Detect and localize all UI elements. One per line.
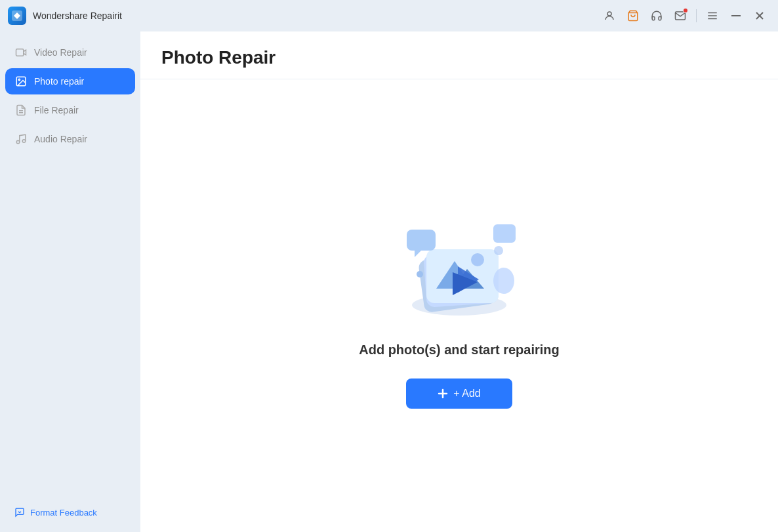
svg-point-1 [607, 12, 611, 16]
file-repair-icon [14, 104, 28, 117]
title-bar-controls [599, 5, 770, 26]
svg-point-15 [16, 140, 20, 144]
sidebar-item-audio-repair[interactable]: Audio Repair [5, 126, 135, 152]
divider [696, 9, 697, 22]
title-bar-left: Wondershare Repairit [8, 7, 122, 25]
svg-point-23 [471, 253, 484, 266]
cart-icon[interactable] [623, 5, 644, 26]
title-bar: Wondershare Repairit [0, 0, 778, 31]
sidebar-item-file-repair[interactable]: File Repair [5, 97, 135, 123]
sidebar: Video Repair Photo repair [0, 31, 140, 532]
svg-rect-27 [493, 224, 516, 243]
svg-rect-25 [407, 230, 436, 251]
headset-icon[interactable] [646, 5, 667, 26]
sidebar-item-photo-repair[interactable]: Photo repair [5, 68, 135, 94]
add-button-label: + Add [453, 388, 480, 399]
photo-repair-icon [14, 75, 28, 88]
svg-marker-26 [415, 251, 421, 257]
svg-point-12 [18, 79, 20, 80]
content-area: Photo Repair [140, 31, 778, 532]
sidebar-item-file-repair-label: File Repair [34, 105, 79, 115]
sidebar-item-video-repair[interactable]: Video Repair [5, 39, 135, 66]
content-header: Photo Repair [140, 31, 778, 79]
format-feedback-link[interactable]: Format Feedback [5, 501, 135, 524]
video-repair-icon [14, 46, 28, 59]
mail-icon[interactable] [670, 5, 691, 26]
sidebar-item-photo-repair-label: Photo repair [34, 76, 84, 87]
svg-point-29 [417, 271, 423, 277]
format-feedback-label: Format Feedback [30, 508, 97, 518]
sidebar-item-audio-repair-label: Audio Repair [34, 134, 87, 144]
minimize-button[interactable] [726, 5, 747, 26]
empty-message: Add photo(s) and start repairing [359, 342, 560, 358]
page-title: Photo Repair [161, 47, 757, 68]
svg-point-28 [493, 268, 514, 294]
content-body: Add photo(s) and start repairing + Add [140, 79, 778, 532]
account-icon[interactable] [599, 5, 620, 26]
photo-repair-illustration [387, 203, 531, 321]
add-button[interactable]: + Add [406, 379, 512, 409]
app-title: Wondershare Repairit [33, 10, 122, 21]
svg-marker-10 [24, 50, 26, 55]
svg-point-30 [494, 246, 503, 255]
svg-rect-9 [16, 49, 24, 56]
sidebar-item-video-repair-label: Video Repair [34, 47, 87, 58]
main-layout: Video Repair Photo repair [0, 31, 778, 532]
svg-rect-6 [731, 15, 741, 16]
menu-icon[interactable] [702, 5, 723, 26]
close-button[interactable] [749, 5, 770, 26]
app-logo [8, 7, 26, 25]
audio-repair-icon [14, 133, 28, 146]
mail-badge [683, 8, 688, 13]
svg-point-16 [22, 140, 26, 143]
